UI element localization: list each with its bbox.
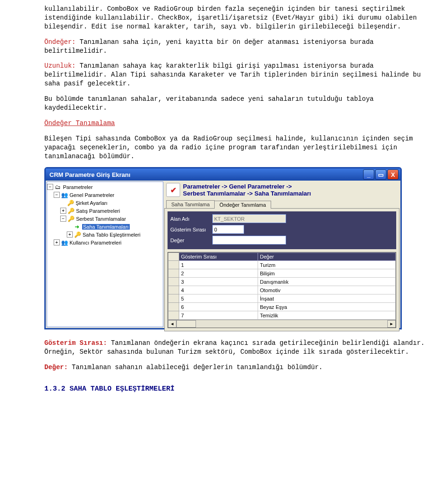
grid-cell[interactable]: Danışmanlık — [258, 278, 396, 286]
expand-icon[interactable]: + — [54, 239, 60, 245]
data-grid[interactable]: Gösterim Sırası Değer 1Turizm 2Bilişim 3… — [168, 252, 396, 328]
keyword-gosterim-sirasi: Gösterim Sırası: — [44, 339, 107, 347]
tab-saha-tanimlama[interactable]: Saha Tanımlama — [166, 200, 215, 208]
users-icon: 👥 — [61, 239, 68, 246]
tab-strip: Saha Tanımlama Öndeğer Tanımlama — [164, 200, 399, 208]
grid-cell[interactable]: İnşaat — [258, 294, 396, 303]
grid-cell[interactable]: 2 — [179, 269, 258, 278]
tree-node-sirket[interactable]: 🔑 Şirket Ayarları — [47, 199, 163, 207]
breadcrumb-line: Serbest Tanımlamalar -> Saha Tanımlamala… — [183, 190, 311, 197]
expand-icon[interactable]: + — [60, 208, 66, 214]
key-icon: 🔑 — [67, 216, 75, 222]
section-link: Öndeğer Tanımalama — [44, 119, 429, 128]
arrow-right-icon: ➜ — [73, 224, 81, 230]
row-selector[interactable] — [168, 269, 179, 278]
collapse-icon[interactable]: − — [60, 216, 66, 222]
grid-cell[interactable]: Bilişim — [258, 269, 396, 278]
body-paragraph: kullanılabilir. ComboBox ve RadioGroup b… — [44, 5, 429, 31]
tree-label: Genel Parametreler — [70, 192, 114, 198]
folder-icon: 🗂 — [54, 184, 62, 190]
row-selector[interactable] — [168, 294, 179, 303]
breadcrumb: ✔ Parametreler -> Genel Parametreler -> … — [164, 182, 399, 198]
grid-cell[interactable]: Temizlik — [258, 311, 396, 320]
tree-node-genel[interactable]: − 👥 Genel Parametreler — [47, 191, 163, 199]
maximize-button[interactable]: ▭ — [375, 169, 386, 180]
tab-ondeger-tanimlama[interactable]: Öndeğer Tanımlama — [214, 201, 271, 209]
link-ondeger-tanimlama: Öndeğer Tanımalama — [44, 119, 115, 127]
paragraph-text: Tanımlanan saha için, yeni kayıtta bir ö… — [44, 38, 374, 55]
section-heading: 1.3.2 SAHA TABLO EŞLEŞTİRMELERİ — [44, 385, 429, 393]
content-pane: ✔ Parametreler -> Genel Parametreler -> … — [164, 182, 399, 327]
users-icon: 👥 — [61, 192, 68, 198]
grid-cell[interactable]: Beyaz Eşya — [258, 303, 396, 311]
row-selector[interactable] — [168, 311, 179, 320]
grid-cell[interactable]: 6 — [179, 303, 258, 311]
tree-node-satis[interactable]: + 🔑 Satış Parametreleri — [47, 207, 163, 215]
scroll-thumb[interactable] — [176, 320, 196, 328]
app-window: CRM Parametre Giriş Ekranı _ ▭ X − 🗂 Par… — [44, 167, 402, 329]
window-title: CRM Parametre Giriş Ekranı — [48, 171, 362, 178]
tree-node-saha-tanim[interactable]: ➜ Saha Tanımlamaları — [47, 223, 163, 231]
grid-header-gosterim[interactable]: Gösterim Sırası — [179, 253, 258, 261]
horizontal-scrollbar[interactable]: ◄ ► — [168, 320, 396, 328]
tree-label-selected: Saha Tanımlamaları — [82, 224, 130, 230]
label-gosterim: Gösterim Sırası — [170, 227, 212, 232]
key-icon: 🔑 — [67, 200, 74, 206]
body-paragraph: Uzunluk: Tanımlanan sahaya kaç karakterl… — [44, 62, 429, 88]
body-paragraph: Bileşen Tipi sahasında ComboBox ya da Ra… — [44, 134, 429, 161]
row-selector[interactable] — [168, 278, 179, 286]
row-selector[interactable] — [168, 261, 179, 269]
body-paragraph: Gösterim Sırası: Tanımlanan öndeğerin ek… — [44, 339, 429, 357]
tab-panel: Alan Adı KT_SEKTOR Gösterim Sırası 0 Değ… — [164, 208, 399, 331]
key-icon: 🔑 — [74, 231, 81, 238]
row-selector[interactable] — [168, 286, 179, 294]
grid-cell[interactable]: Turizm — [258, 261, 396, 269]
titlebar: CRM Parametre Giriş Ekranı _ ▭ X — [46, 168, 400, 181]
paragraph-text: Tanımlanan sahanın alabileceği değerleri… — [68, 364, 322, 371]
label-alan-adi: Alan Adı — [170, 216, 212, 222]
scroll-track[interactable] — [196, 321, 387, 327]
scroll-left-icon[interactable]: ◄ — [168, 320, 176, 328]
keyword-deger: Değer: — [44, 364, 68, 371]
minimize-button[interactable]: _ — [363, 169, 374, 180]
grid-cell[interactable]: 5 — [179, 294, 258, 303]
tree-node-kullanici[interactable]: + 👥 Kullanıcı Parametreleri — [47, 238, 163, 246]
body-paragraph: Öndeğer: Tanımlanan saha için, yeni kayı… — [44, 38, 429, 56]
close-button[interactable]: X — [387, 169, 399, 180]
grid-corner — [168, 253, 179, 261]
grid-header-deger[interactable]: Değer — [258, 253, 396, 261]
label-deger: Değer — [170, 238, 212, 243]
form-area: Alan Adı KT_SEKTOR Gösterim Sırası 0 Değ… — [168, 211, 396, 249]
scroll-right-icon[interactable]: ► — [387, 320, 396, 328]
grid-cell[interactable]: 1 — [179, 261, 258, 269]
grid-cell[interactable]: 7 — [179, 311, 258, 320]
body-paragraph: Bu bölümde tanımlanan sahalar, veritaban… — [44, 95, 429, 112]
breadcrumb-line: Parametreler -> Genel Parametreler -> — [183, 183, 311, 190]
tree-label: Parametreler — [63, 184, 93, 190]
collapse-icon[interactable]: − — [54, 192, 60, 198]
expand-icon[interactable]: + — [67, 231, 73, 238]
grid-cell[interactable]: 4 — [179, 286, 258, 294]
keyword-ondeger: Öndeğer: — [44, 38, 76, 46]
gosterim-sirasi-field[interactable]: 0 — [212, 225, 244, 234]
grid-cell[interactable]: 3 — [179, 278, 258, 286]
check-icon: ✔ — [166, 183, 180, 197]
deger-field[interactable] — [212, 236, 286, 245]
tree-label: Şirket Ayarları — [76, 200, 107, 206]
grid-cell[interactable]: Otomotiv — [258, 286, 396, 294]
alan-adi-field: KT_SEKTOR — [212, 214, 286, 223]
tree-label: Kullanıcı Parametreleri — [70, 240, 121, 245]
tree-label: Saha Tablo Eşleştirmeleri — [83, 232, 140, 238]
tree-node-saha-tablo[interactable]: + 🔑 Saha Tablo Eşleştirmeleri — [47, 231, 163, 238]
tree-view[interactable]: − 🗂 Parametreler − 👥 Genel Parametreler … — [47, 182, 163, 327]
collapse-icon[interactable]: − — [47, 184, 53, 190]
tree-node-parametreler[interactable]: − 🗂 Parametreler — [47, 183, 163, 191]
body-paragraph: Değer: Tanımlanan sahanın alabileceği de… — [44, 363, 429, 372]
paragraph-text: Tanımlanan sahaya kaç karakterlik bilgi … — [44, 62, 421, 87]
keyword-uzunluk: Uzunluk: — [44, 62, 76, 70]
tree-node-serbest[interactable]: − 🔑 Serbest Tanımlamalar — [47, 215, 163, 223]
row-selector[interactable] — [168, 303, 179, 311]
tree-label: Serbest Tanımlamalar — [76, 216, 126, 222]
key-icon: 🔑 — [67, 208, 75, 214]
tree-label: Satış Parametreleri — [76, 208, 120, 214]
